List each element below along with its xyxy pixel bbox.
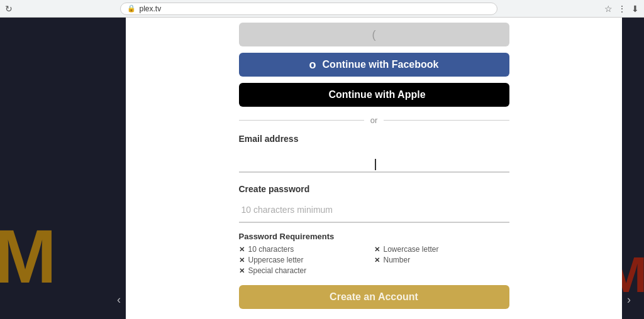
facebook-button-label: Continue with Facebook [323,59,439,70]
google-c-icon: ( [372,28,376,41]
sidebar-right-bg-letter: M [622,250,644,300]
nav-left-arrow[interactable]: ‹ [117,293,121,306]
main-wrapper: M ‹ ( o Continue with Facebook Continue … [0,18,644,319]
req-label-1: 10 characters [248,245,294,254]
secure-icon: 🔒 [127,4,136,13]
req-label-5: Special character [248,266,307,275]
apple-button[interactable]: Continue with Apple [239,83,509,107]
req-x-1: ✕ [239,246,245,254]
requirements-title: Password Requirements [239,232,509,241]
email-input[interactable] [239,148,509,173]
apple-button-label: Continue with Apple [328,89,425,100]
url-text: plex.tv [140,4,162,13]
req-x-4: ✕ [374,256,380,264]
password-requirements: Password Requirements ✕ 10 characters ✕ … [239,232,509,275]
facebook-icon: o [309,58,316,72]
divider-text: or [370,116,378,125]
sidebar-bg-letter: M [0,219,57,294]
password-label: Create password [239,184,509,194]
browser-actions: ☆ ⋮ ⬇ [604,4,639,14]
req-uppercase: ✕ Uppercase letter [239,256,374,264]
reload-button[interactable]: ↻ [5,4,13,14]
req-x-5: ✕ [239,267,245,275]
sidebar-right: M › [622,18,644,319]
req-number: ✕ Number [374,256,509,264]
bookmark-icon[interactable]: ☆ [604,4,613,14]
center-content: ( o Continue with Facebook Continue with… [126,18,622,319]
email-label: Email address [239,134,509,144]
divider-line-right [384,120,509,121]
divider-line-left [239,120,364,121]
req-label-2: Lowercase letter [384,245,439,254]
req-special: ✕ Special character [239,266,374,275]
url-bar[interactable]: 🔒 plex.tv [120,3,497,15]
menu-icon[interactable]: ⋮ [618,4,626,14]
req-x-3: ✕ [239,256,245,264]
top-partial-button[interactable]: ( [239,23,509,46]
requirements-grid: ✕ 10 characters ✕ Lowercase letter ✕ Upp… [239,245,509,275]
download-icon[interactable]: ⬇ [631,4,639,14]
form-section: Email address Create password [239,134,509,232]
create-account-button[interactable]: Create an Account [239,285,509,309]
req-label-3: Uppercase letter [248,256,304,264]
req-x-2: ✕ [374,246,380,254]
password-input[interactable] [239,198,509,223]
facebook-button[interactable]: o Continue with Facebook [239,53,509,77]
browser-chrome: ↻ 🔒 plex.tv ☆ ⋮ ⬇ [0,0,644,18]
sidebar-left: M ‹ [0,18,126,319]
req-label-4: Number [384,256,411,264]
or-divider: or [239,116,509,125]
req-lowercase: ✕ Lowercase letter [374,245,509,254]
create-account-label: Create an Account [330,291,418,303]
nav-right-arrow[interactable]: › [627,293,631,306]
text-cursor [375,159,376,170]
req-10chars: ✕ 10 characters [239,245,374,254]
